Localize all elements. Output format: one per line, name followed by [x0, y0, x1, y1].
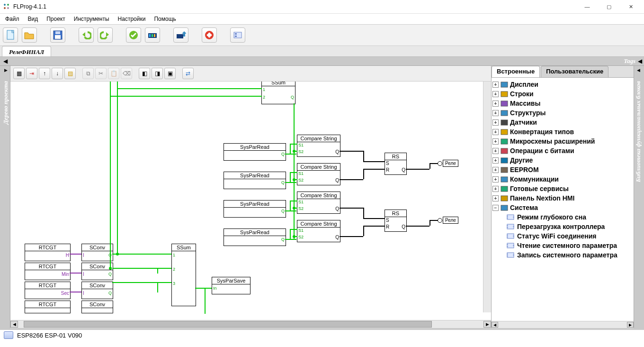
block-sconv-1[interactable]: SConv IQ [81, 244, 113, 261]
project-tree-panel-collapsed[interactable]: ▶ Дерево проекта [1, 66, 10, 328]
menu-file[interactable]: Файл [2, 15, 23, 23]
tree-expander-icon[interactable]: + [492, 82, 499, 88]
tree-leaf[interactable]: Перезагрузка контроллера [492, 222, 633, 231]
tool-link-button[interactable]: ⇄ [182, 68, 194, 79]
block-compare-1[interactable]: Compare String S1 S2 Q [297, 135, 340, 157]
tool-down-button[interactable]: ↓ [52, 68, 63, 79]
tool-block2-button[interactable]: ◨ [152, 68, 163, 79]
panel-collapse-icon[interactable]: ◀ [637, 68, 640, 73]
tree-expander-icon[interactable]: + [492, 195, 499, 201]
scroll-right-icon[interactable]: ▶ [483, 321, 491, 328]
compile-button[interactable] [145, 27, 160, 43]
tree-node[interactable]: +Датчики [492, 118, 633, 127]
tree-node[interactable]: +EEPROM [492, 165, 633, 174]
block-rs-1[interactable]: RS S R Q [385, 153, 407, 175]
block-compare-4[interactable]: Compare String S1 S2 Q [297, 220, 340, 242]
minimize-button[interactable]: — [577, 2, 598, 11]
block-sysparread-4[interactable]: SysParRead Q [224, 228, 286, 246]
tree-expander-icon[interactable]: + [492, 119, 499, 126]
block-rtcgt-3[interactable]: RTCGT Sec [25, 282, 71, 299]
tool-block3-button[interactable]: ▣ [164, 68, 176, 79]
tool-grid-button[interactable]: ▤ [64, 68, 76, 79]
canvas-hscroll[interactable]: ◀ ▶ [10, 320, 491, 328]
tree-expander-icon[interactable]: + [492, 110, 499, 116]
check-button[interactable] [126, 27, 141, 43]
output-rele-1[interactable]: Реле [443, 160, 458, 167]
close-button[interactable]: ✕ [620, 2, 641, 11]
tree-node[interactable]: +Микросхемы расширений [492, 137, 633, 146]
block-ssum[interactable]: SSum 1 2 3 [171, 244, 196, 306]
tab-builtin[interactable]: Встроенные [492, 66, 540, 77]
block-ssum-top[interactable]: SSum 1 2 Q [261, 82, 295, 104]
block-rtcgt-2[interactable]: RTCGT Min [25, 263, 71, 280]
doc-tab-main[interactable]: РелеФИНАЛ [2, 46, 51, 56]
library-tree[interactable]: +Дисплеи+Строки+Массивы+Структуры+Датчик… [492, 78, 634, 321]
output-pin-2[interactable] [438, 218, 442, 223]
board-settings-button[interactable] [230, 27, 245, 43]
tree-expander-icon[interactable]: + [492, 129, 499, 135]
tree-node[interactable]: +Готовые сервисы [492, 184, 633, 193]
tool-up-button[interactable]: ↑ [39, 68, 50, 79]
tree-node[interactable]: −Система [492, 203, 633, 212]
tree-node[interactable]: +Строки [492, 89, 633, 99]
tree-expander-icon[interactable]: + [492, 100, 499, 107]
tree-expander-icon[interactable]: + [492, 167, 499, 173]
tool-align-button[interactable]: ⇥ [26, 68, 37, 79]
menu-tools[interactable]: Инструменты [71, 15, 113, 23]
tree-node[interactable]: +Операции с битами [492, 146, 633, 155]
tree-leaf[interactable]: Статус WiFi соединения [492, 231, 633, 241]
block-sysparread-3[interactable]: SysParRead Q [224, 200, 286, 218]
scroll-left-icon[interactable]: ◀ [10, 321, 18, 328]
maximize-button[interactable]: ▢ [599, 2, 619, 11]
scroll-thumb[interactable] [24, 321, 432, 328]
tree-node[interactable]: +Панель Nextion HMI [492, 193, 633, 203]
undo-button[interactable] [79, 27, 94, 43]
tree-node[interactable]: +Дисплеи [492, 80, 633, 89]
tree-node[interactable]: +Конвертация типов [492, 127, 633, 137]
block-compare-2[interactable]: Compare String S1 S2 Q [297, 163, 340, 185]
new-file-button[interactable] [3, 27, 18, 43]
tab-user[interactable]: Пользовательские [541, 66, 608, 77]
tree-node[interactable]: +Массивы [492, 99, 633, 108]
tree-expander-icon[interactable]: + [492, 176, 499, 183]
menu-project[interactable]: Проект [43, 15, 69, 23]
block-sconv-2[interactable]: SConv IQ [81, 263, 113, 280]
left-panel-collapse-icon[interactable]: ◀ [2, 58, 9, 64]
tree-expander-icon[interactable]: + [492, 138, 499, 145]
library-hscroll[interactable]: ◀ ▶ [492, 321, 634, 328]
tool-select-button[interactable]: ▦ [13, 68, 25, 79]
block-rs-2[interactable]: RS S R Q [385, 210, 407, 232]
tree-node[interactable]: +Другие [492, 155, 633, 165]
block-sysparread-1[interactable]: SysParRead Q [224, 143, 286, 161]
tree-expander-icon[interactable]: + [492, 157, 499, 164]
scroll-left-icon[interactable]: ◀ [492, 322, 498, 328]
block-sysparread-2[interactable]: SysParRead Q [224, 172, 286, 189]
save-button[interactable] [50, 27, 65, 43]
output-rele-2[interactable]: Реле [443, 217, 458, 224]
block-sconv-4[interactable]: SConv [81, 301, 113, 313]
canvas-wrapper[interactable]: SSum 1 2 Q SysParRead Q SysParRead [10, 82, 491, 320]
block-sconv-3[interactable]: SConv IQ [81, 282, 113, 299]
tree-expander-icon[interactable]: + [492, 186, 499, 192]
block-rtcgt-4[interactable]: RTCGT [25, 301, 71, 313]
diagram-canvas[interactable]: SSum 1 2 Q SysParRead Q SysParRead [10, 82, 489, 319]
menu-help[interactable]: Помощь [151, 15, 179, 23]
upload-button[interactable] [173, 27, 188, 43]
redo-button[interactable] [98, 27, 113, 43]
tree-expander-icon[interactable]: + [492, 91, 499, 97]
canvas-vscroll[interactable] [483, 82, 491, 312]
stop-button[interactable] [202, 27, 217, 43]
tool-block1-button[interactable]: ◧ [139, 68, 150, 79]
output-pin-1[interactable] [438, 161, 442, 166]
library-panel-collapsed[interactable]: ◀ Библиотека функциональных блоков [634, 66, 643, 328]
tree-expander-icon[interactable]: + [492, 148, 499, 154]
scroll-right-icon[interactable]: ▶ [627, 322, 634, 328]
tree-leaf[interactable]: Чтение системного параметра [492, 241, 633, 250]
block-rtcgt-1[interactable]: RTCGT H [25, 244, 71, 261]
menu-settings[interactable]: Настройки [115, 15, 149, 23]
tree-leaf[interactable]: Режим глубокого сна [492, 212, 633, 222]
block-compare-3[interactable]: Compare String S1 S2 Q [297, 192, 340, 214]
tree-expander-icon[interactable]: − [492, 205, 499, 211]
block-sysparsave[interactable]: SysParSave In [212, 277, 250, 294]
open-file-button[interactable] [22, 27, 37, 43]
